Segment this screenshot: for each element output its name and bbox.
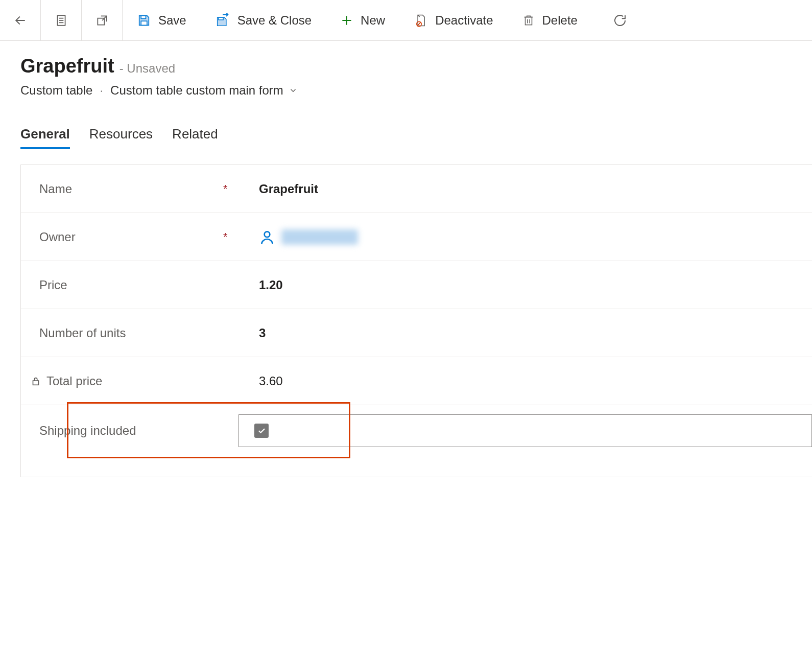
total-price-value: 3.60 bbox=[238, 374, 283, 388]
person-icon bbox=[259, 229, 275, 245]
trash-icon bbox=[522, 14, 535, 27]
refresh-button[interactable] bbox=[602, 13, 638, 28]
owner-name-redacted bbox=[281, 229, 358, 245]
field-row-units: Number of units 3 bbox=[21, 309, 812, 357]
save-label: Save bbox=[158, 13, 186, 28]
back-arrow-icon bbox=[13, 13, 28, 28]
field-row-name: Name * Grapefruit bbox=[21, 165, 812, 213]
field-row-shipping: Shipping included bbox=[21, 405, 812, 456]
save-close-label: Save & Close bbox=[237, 13, 312, 28]
save-button[interactable]: Save bbox=[123, 0, 201, 41]
form-selector[interactable]: Custom table custom main form bbox=[110, 83, 298, 98]
field-row-price: Price 1.20 bbox=[21, 261, 812, 309]
delete-button[interactable]: Delete bbox=[508, 0, 592, 41]
record-header: Grapefruit - Unsaved Custom table · Cust… bbox=[0, 41, 812, 108]
form-name: Custom table custom main form bbox=[110, 83, 283, 98]
entity-name: Custom table bbox=[20, 83, 92, 98]
svg-rect-6 bbox=[141, 21, 147, 25]
save-close-icon bbox=[215, 13, 230, 28]
field-label: Total price bbox=[46, 374, 102, 388]
svg-point-15 bbox=[265, 231, 270, 237]
svg-rect-12 bbox=[525, 17, 532, 25]
new-button[interactable]: New bbox=[326, 0, 399, 41]
field-row-total-price: Total price 3.60 bbox=[21, 357, 812, 405]
save-status: - Unsaved bbox=[120, 61, 175, 76]
chevron-down-icon bbox=[289, 86, 298, 95]
deactivate-button[interactable]: Deactivate bbox=[399, 0, 507, 41]
field-label: Number of units bbox=[39, 326, 126, 340]
required-indicator: * bbox=[223, 230, 238, 244]
lock-icon bbox=[30, 376, 41, 387]
field-label: Name bbox=[39, 182, 72, 196]
price-value[interactable]: 1.20 bbox=[238, 278, 283, 292]
owner-value[interactable] bbox=[238, 229, 358, 245]
units-value[interactable]: 3 bbox=[238, 326, 266, 340]
list-view-button[interactable] bbox=[41, 0, 82, 41]
tab-general[interactable]: General bbox=[20, 126, 70, 149]
open-external-icon bbox=[95, 14, 109, 27]
delete-label: Delete bbox=[542, 13, 578, 28]
deactivate-icon bbox=[414, 13, 428, 28]
list-icon bbox=[55, 14, 68, 27]
page-title: Grapefruit bbox=[20, 55, 114, 77]
plus-icon bbox=[340, 14, 353, 27]
new-label: New bbox=[361, 13, 385, 28]
svg-rect-16 bbox=[33, 381, 39, 385]
save-icon bbox=[137, 13, 151, 28]
svg-rect-5 bbox=[141, 15, 146, 18]
open-new-window-button[interactable] bbox=[82, 0, 123, 41]
name-value[interactable]: Grapefruit bbox=[238, 182, 318, 196]
field-label: Shipping included bbox=[39, 424, 136, 438]
field-label: Owner bbox=[39, 230, 76, 244]
checkmark-icon bbox=[257, 426, 266, 435]
field-row-owner: Owner * bbox=[21, 213, 812, 261]
separator: · bbox=[100, 83, 103, 98]
toolbar: Save Save & Close New Deactivate Delete bbox=[0, 0, 812, 41]
back-button[interactable] bbox=[0, 0, 41, 41]
tab-related[interactable]: Related bbox=[172, 126, 218, 149]
refresh-icon bbox=[612, 13, 628, 28]
form-tabs: General Resources Related bbox=[0, 108, 812, 149]
svg-rect-7 bbox=[219, 17, 223, 20]
required-indicator: * bbox=[223, 182, 238, 196]
field-label: Price bbox=[39, 278, 67, 292]
save-close-button[interactable]: Save & Close bbox=[201, 0, 326, 41]
form-panel: Name * Grapefruit Owner * Price 1.20 Num… bbox=[20, 165, 812, 477]
deactivate-label: Deactivate bbox=[435, 13, 493, 28]
shipping-checkbox-field[interactable] bbox=[238, 414, 812, 447]
tab-resources[interactable]: Resources bbox=[89, 126, 153, 149]
shipping-checkbox[interactable] bbox=[254, 424, 269, 438]
